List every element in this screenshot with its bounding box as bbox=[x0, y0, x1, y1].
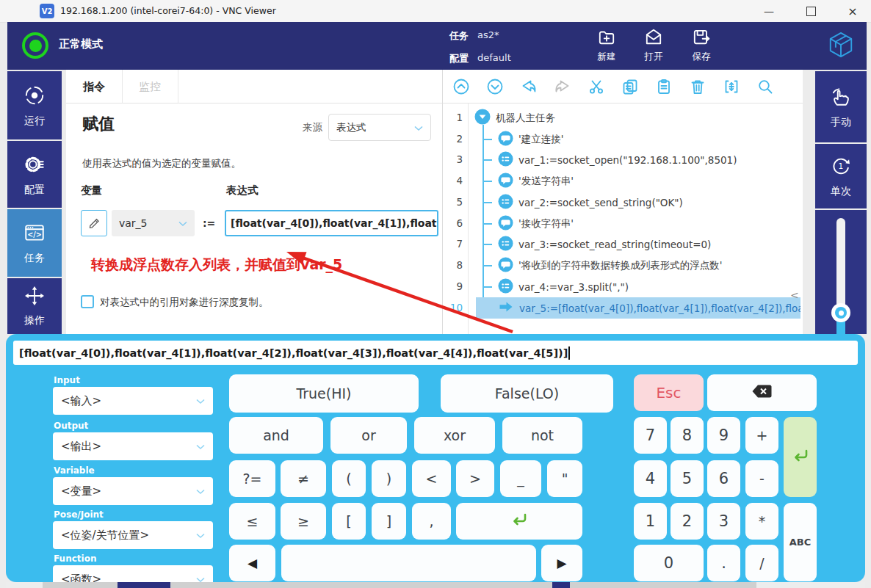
output-selector[interactable]: <输出> bbox=[53, 432, 213, 460]
replace-icon[interactable] bbox=[723, 78, 740, 95]
key-dot[interactable]: . bbox=[707, 545, 740, 581]
sidebar-item-run[interactable]: 运行 bbox=[7, 71, 62, 139]
save-task-button[interactable]: 保存 bbox=[682, 27, 720, 67]
key-4[interactable]: 4 bbox=[634, 460, 667, 497]
redo-icon[interactable] bbox=[554, 78, 571, 95]
key-3[interactable]: 3 bbox=[707, 503, 740, 540]
input-selector[interactable]: <输入> bbox=[53, 387, 213, 415]
key-underscore[interactable]: _ bbox=[500, 460, 541, 497]
edit-variable-button[interactable] bbox=[81, 210, 107, 236]
sidebar-item-task[interactable]: </> 任务 bbox=[7, 209, 62, 277]
source-label: 来源 bbox=[303, 121, 322, 134]
sidebar-item-single-run[interactable]: 1 单次 bbox=[815, 144, 867, 208]
function-selector[interactable]: <函数> bbox=[53, 565, 213, 582]
key-bracket-open[interactable]: [ bbox=[332, 503, 366, 540]
tree-row[interactable]: '将收到的字符串数据转换成列表形式的浮点数' bbox=[498, 255, 799, 276]
tree-row[interactable]: '发送字符串' bbox=[498, 170, 799, 192]
tab-monitor[interactable]: 监控 bbox=[122, 70, 178, 104]
deep-copy-checkbox[interactable] bbox=[81, 295, 94, 308]
key-space[interactable] bbox=[281, 545, 536, 581]
key-bracket-close[interactable]: ] bbox=[372, 503, 406, 540]
slider-handle[interactable] bbox=[831, 303, 850, 322]
variable-selector[interactable]: <变量> bbox=[53, 477, 213, 505]
line-number: 2 bbox=[442, 128, 463, 150]
tree-row[interactable]: var_1:=socket_open("192.168.1.100",8501) bbox=[498, 149, 799, 170]
key-comma[interactable]: , bbox=[412, 503, 451, 540]
tree-row[interactable]: '建立连接' bbox=[498, 128, 799, 150]
open-task-button[interactable]: 打开 bbox=[635, 27, 673, 67]
delete-icon[interactable] bbox=[689, 78, 706, 95]
key-less-equal[interactable]: ≤ bbox=[229, 503, 275, 540]
key-0[interactable]: 0 bbox=[634, 545, 704, 581]
key-false-lo[interactable]: False(LO) bbox=[441, 374, 613, 413]
tree-row-text: '接收字符串' bbox=[518, 217, 574, 231]
expression-editor-input[interactable]: [float(var_4[0]),float(var_4[1]),float(v… bbox=[13, 341, 858, 365]
undo-icon[interactable] bbox=[520, 78, 538, 95]
key-quote[interactable]: " bbox=[547, 460, 582, 497]
key-abc[interactable]: ABC bbox=[784, 503, 817, 581]
key-or[interactable]: or bbox=[330, 417, 407, 454]
tree-row[interactable]: var_2:=socket_send_string("OK") bbox=[498, 192, 799, 213]
key-not[interactable]: not bbox=[502, 417, 582, 454]
expand-node-icon[interactable] bbox=[474, 109, 491, 127]
key-query-equals[interactable]: ?= bbox=[229, 460, 275, 497]
collapse-panel-chevron[interactable]: < bbox=[790, 289, 799, 301]
sidebar-item-config[interactable]: 配置 bbox=[7, 141, 62, 208]
key-paren-open[interactable]: ( bbox=[332, 460, 366, 497]
key-enter[interactable] bbox=[784, 417, 817, 497]
key-slash[interactable]: / bbox=[745, 545, 778, 581]
minimize-button[interactable]: — bbox=[752, 0, 786, 22]
expression-input[interactable]: [float(var_4[0]),float(var_4[1]),float(v… bbox=[225, 210, 438, 236]
key-and[interactable]: and bbox=[229, 417, 323, 454]
sidebar-item-label: 运行 bbox=[24, 115, 45, 128]
key-6[interactable]: 6 bbox=[707, 460, 740, 497]
key-1[interactable]: 1 bbox=[634, 503, 667, 540]
tree-row[interactable]: '接收字符串' bbox=[498, 213, 799, 234]
key-cursor-left[interactable]: ◀ bbox=[229, 545, 275, 581]
line-number: 6 bbox=[442, 213, 463, 234]
key-paren-close[interactable]: ) bbox=[372, 460, 406, 497]
mode-indicator[interactable] bbox=[22, 32, 48, 59]
key-xor[interactable]: xor bbox=[414, 417, 495, 454]
key-plus[interactable]: + bbox=[745, 417, 778, 454]
bottom-strip-fragment bbox=[552, 582, 570, 588]
key-not-equal[interactable]: ≠ bbox=[281, 460, 326, 497]
key-less-than[interactable]: < bbox=[412, 460, 451, 497]
tree-row-current[interactable]: var_5:=[float(var_4[0]),float(var_4[1]),… bbox=[498, 297, 800, 319]
move-down-icon[interactable] bbox=[486, 78, 504, 95]
tab-instruction[interactable]: 指令 bbox=[66, 70, 123, 104]
cut-icon[interactable] bbox=[588, 78, 605, 95]
key-2[interactable]: 2 bbox=[671, 503, 704, 540]
tree-row[interactable]: var_3:=socket_read_string(timeout=0) bbox=[498, 233, 799, 255]
copy-icon[interactable] bbox=[621, 78, 639, 95]
paste-icon[interactable] bbox=[655, 78, 673, 95]
key-newline[interactable] bbox=[456, 503, 582, 540]
key-true-hi[interactable]: True(HI) bbox=[229, 374, 419, 413]
sidebar-item-manual[interactable]: 手动 bbox=[815, 71, 867, 142]
new-file-icon bbox=[597, 27, 616, 48]
key-5[interactable]: 5 bbox=[671, 460, 704, 497]
maximize-button[interactable] bbox=[794, 0, 828, 22]
key-esc[interactable]: Esc bbox=[634, 374, 704, 411]
key-asterisk[interactable]: * bbox=[745, 503, 778, 540]
sidebar-item-operate[interactable]: 操作 bbox=[7, 278, 62, 334]
key-9[interactable]: 9 bbox=[707, 417, 740, 454]
key-cursor-right[interactable]: ▶ bbox=[541, 545, 582, 581]
single-cycle-icon: 1 bbox=[829, 154, 853, 180]
close-button[interactable]: × bbox=[836, 0, 870, 22]
search-icon[interactable] bbox=[756, 78, 774, 95]
move-up-icon[interactable] bbox=[452, 78, 470, 95]
tree-row-root[interactable]: 机器人主任务 bbox=[474, 107, 798, 128]
key-greater-equal[interactable]: ≥ bbox=[281, 503, 326, 540]
source-select[interactable]: 表达式 bbox=[328, 114, 431, 141]
new-task-button[interactable]: 新建 bbox=[588, 27, 626, 67]
key-greater-than[interactable]: > bbox=[456, 460, 494, 497]
tree-row[interactable]: var_4:=var_3.split(",") bbox=[498, 276, 799, 297]
key-backspace[interactable] bbox=[707, 374, 817, 411]
key-minus[interactable]: - bbox=[745, 460, 778, 497]
variable-select[interactable]: var_5 bbox=[112, 210, 195, 236]
pose-joint-selector[interactable]: <位姿/关节位置> bbox=[53, 521, 213, 549]
sidebar-item-label: 手动 bbox=[831, 116, 851, 129]
key-7[interactable]: 7 bbox=[634, 417, 667, 454]
key-8[interactable]: 8 bbox=[671, 417, 704, 454]
